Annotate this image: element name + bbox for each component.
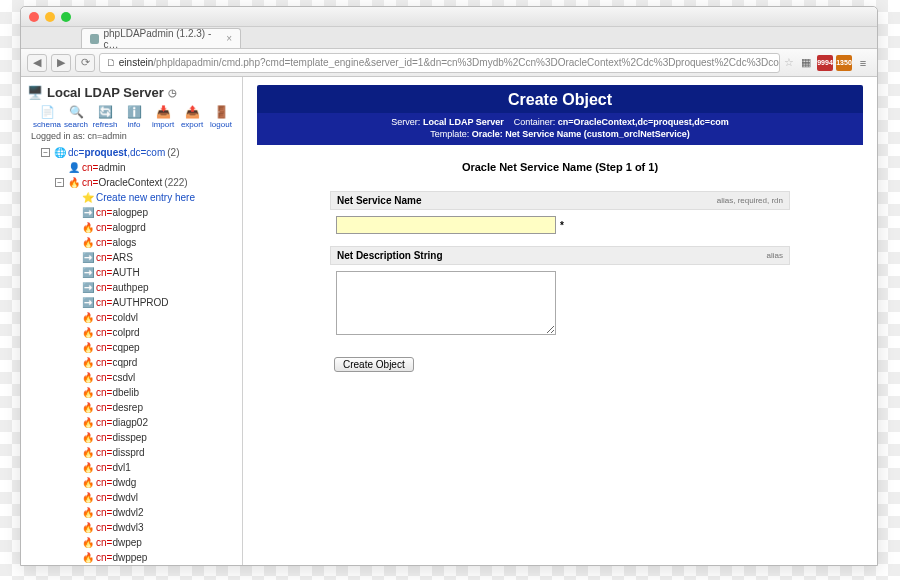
tree-node[interactable]: 🔥cn=dwdvl2 [69,505,238,520]
tree-node[interactable]: 🔥cn=alogprd [69,220,238,235]
net-service-name-input[interactable] [336,216,556,234]
tree-link[interactable]: cn=dwdvl2 [96,505,144,520]
tree-root[interactable]: − 🌐 dc=proquest,dc=com (2) [41,145,238,160]
net-description-input[interactable] [336,271,556,335]
tree-node[interactable]: 🔥cn=dissprd [69,445,238,460]
tree-node[interactable]: ➡️cn=ARS [69,250,238,265]
tree-link[interactable]: cn=csdvl [96,370,135,385]
url-path: /phpldapadmin/cmd.php?cmd=template_engin… [153,57,780,68]
tree-node[interactable]: ➡️cn=alogpep [69,205,238,220]
extension-icon[interactable]: 9994 [817,55,833,71]
step-label: Oracle Net Service Name (Step 1 of 1) [257,161,863,173]
entry-icon: 🔥 [82,327,94,339]
tree-root-link[interactable]: dc=proquest,dc=com [68,145,165,160]
tree-link[interactable]: cn=AUTHPROD [96,295,169,310]
tab-close-icon[interactable]: × [226,33,232,44]
extension-icon[interactable]: 1350 [836,55,852,71]
tree-link[interactable]: cn=dissprd [96,445,145,460]
tree-link[interactable]: cn=colprd [96,325,140,340]
tree-node[interactable]: 🔥cn=dwdvl3 [69,520,238,535]
minimize-window-button[interactable] [45,12,55,22]
tree-link[interactable]: cn=cn=adminadmin [82,160,126,175]
tree-link[interactable]: cn=cqprd [96,355,137,370]
menu-icon[interactable]: ≡ [855,55,871,71]
tree-link[interactable]: cn=dwdg [96,475,136,490]
action-export[interactable]: 📤export [178,104,206,129]
forward-button[interactable]: ▶ [51,54,71,72]
tree-node[interactable]: 🔥cn=coldvl [69,310,238,325]
tree-node[interactable]: 🔥cn=dbelib [69,385,238,400]
tree-node[interactable]: 🔥cn=dwdg [69,475,238,490]
tree-link[interactable]: cn=dvl1 [96,460,131,475]
create-new-entry[interactable]: ⭐ Create new entry here [69,190,238,205]
back-button[interactable]: ◀ [27,54,47,72]
tree-node-context[interactable]: − 🔥 cn=OracleContext (222) [55,175,238,190]
action-schema[interactable]: 📄schema [33,104,61,129]
tree-link[interactable]: cn=diagp02 [96,415,148,430]
collapse-toggle-icon[interactable]: − [55,178,64,187]
bookmark-star-icon[interactable]: ☆ [784,56,794,69]
action-refresh[interactable]: 🔄refresh [91,104,119,129]
tree-node[interactable]: 🔥cn=disspep [69,430,238,445]
tree-link[interactable]: cn=OracleContext [82,175,162,190]
entry-icon: 🔥 [82,222,94,234]
required-marker: * [560,220,564,231]
collapse-toggle-icon[interactable]: − [41,148,50,157]
tree-link[interactable]: cn=dwdvl [96,490,138,505]
logged-in-label: Logged in as: cn=admin [31,131,238,141]
tree-node[interactable]: 🔥cn=dwpep [69,535,238,550]
field-name: Net Service Name [337,195,422,206]
tree-node[interactable]: 🔥cn=diagp02 [69,415,238,430]
tree-link[interactable]: cn=coldvl [96,310,138,325]
action-import[interactable]: 📥import [149,104,177,129]
tree-node[interactable]: 🔥cn=dwdvl [69,490,238,505]
tree-link[interactable]: cn=dwpep [96,535,142,550]
zoom-window-button[interactable] [61,12,71,22]
browser-tab[interactable]: phpLDAPadmin (1.2.3) - c… × [81,28,241,48]
reload-button[interactable]: ⟳ [75,54,95,72]
close-window-button[interactable] [29,12,39,22]
action-search[interactable]: 🔍search [62,104,90,129]
tree-node[interactable]: 🔥cn=alogs [69,235,238,250]
tree-node[interactable]: ➡️cn=AUTH [69,265,238,280]
tree-node[interactable]: ➡️cn=AUTHPROD [69,295,238,310]
tree-link[interactable]: cn=cqpep [96,340,140,355]
tree-link[interactable]: cn=dwppep [96,550,147,565]
action-info[interactable]: ℹ️info [120,104,148,129]
tree-node-admin[interactable]: 👤 cn=cn=adminadmin [55,160,238,175]
tree-link[interactable]: cn=disspep [96,430,147,445]
field-hint: alias, required, rdn [717,196,783,205]
tree-node[interactable]: 🔥cn=cqpep [69,340,238,355]
tree-link[interactable]: cn=alogpep [96,205,148,220]
tree-node[interactable]: ➡️cn=authpep [69,280,238,295]
tree-link[interactable]: cn=desrep [96,400,143,415]
tree-link[interactable]: cn=authpep [96,280,149,295]
tree-node[interactable]: 🔥cn=colprd [69,325,238,340]
action-logout[interactable]: 🚪logout [207,104,235,129]
entry-icon: 🔥 [82,462,94,474]
create-object-button[interactable]: Create Object [334,357,414,372]
page-content: 🖥️ Local LDAP Server ◷ 📄schema🔍search🔄re… [21,77,877,565]
tree-link[interactable]: cn=dwdvl3 [96,520,144,535]
entry-icon: 🔥 [82,552,94,564]
entry-icon: 🔥 [82,537,94,549]
tree-link[interactable]: cn=alogs [96,235,136,250]
entry-icon: 🔥 [82,402,94,414]
tree-node[interactable]: 🔥cn=desrep [69,400,238,415]
tree-node[interactable]: 🔥cn=dwppep [69,550,238,565]
extension-icon[interactable]: ▦ [798,55,814,71]
tree-link[interactable]: cn=AUTH [96,265,140,280]
entry-icon: 🔥 [82,417,94,429]
action-label: logout [210,120,232,129]
browser-window: phpLDAPadmin (1.2.3) - c… × ◀ ▶ ⟳ 🗋 eins… [20,6,878,566]
sidebar: 🖥️ Local LDAP Server ◷ 📄schema🔍search🔄re… [21,77,243,565]
address-bar[interactable]: 🗋 einstein /phpldapadmin/cmd.php?cmd=tem… [99,53,780,73]
tree-node[interactable]: 🔥cn=csdvl [69,370,238,385]
tree-node[interactable]: 🔥cn=dvl1 [69,460,238,475]
tree-link[interactable]: cn=ARS [96,250,133,265]
create-new-link[interactable]: Create new entry here [96,190,195,205]
tree-node[interactable]: 🔥cn=cqprd [69,355,238,370]
tree-link[interactable]: cn=dbelib [96,385,139,400]
export-icon: 📤 [184,104,200,120]
tree-link[interactable]: cn=alogprd [96,220,146,235]
